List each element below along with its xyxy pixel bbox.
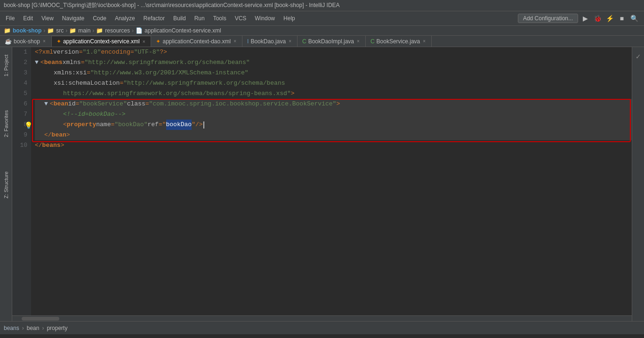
left-sidebar: 1: Project 2: Favorites Z: Structure — [0, 47, 12, 321]
menu-build[interactable]: Build — [169, 14, 190, 23]
text-cursor — [203, 121, 204, 129]
tab-book-shop[interactable]: ☕ book-shop × — [0, 36, 52, 47]
tab-book-dao-impl-label: BookDaoImpl.java — [308, 38, 354, 45]
menu-bar: File Edit View Navigate Code Analyze Ref… — [0, 11, 644, 26]
tab-book-dao[interactable]: I BookDao.java × — [242, 36, 298, 47]
status-bc-beans[interactable]: beans — [4, 325, 19, 331]
fold-icon-2[interactable]: ▼ — [35, 57, 39, 68]
title-text: book-shop [G:\IMOOC_T\Spring\进阶\ioc\book… — [4, 2, 340, 8]
line-num-4: 4 — [12, 78, 27, 89]
code-line-5: https://www.springframework.org/schema/b… — [35, 89, 632, 99]
code-line-10: </ beans > — [35, 140, 632, 151]
breadcrumb-book-shop[interactable]: book-shop — [13, 27, 41, 34]
line-num-3: 3 — [12, 68, 27, 78]
code-lines: <?xml version = "1.0" encoding = "UTF-8"… — [31, 47, 632, 315]
status-bar: beans › bean › property — [0, 321, 644, 334]
tab-dao-xml-label: applicationContext-dao.xml — [162, 38, 231, 45]
lightbulb-icon[interactable]: 💡 — [24, 121, 32, 131]
line-num-10: 10 — [12, 140, 27, 151]
right-sidebar-check-icon: ✓ — [636, 52, 641, 61]
tab-book-dao-close[interactable]: × — [288, 39, 292, 44]
tab-book-service-close[interactable]: × — [422, 39, 427, 44]
profile-button[interactable]: ⚡ — [604, 13, 615, 24]
code-line-7: <!--id=bookDao--> — [35, 109, 632, 120]
breadcrumb-bar: 📁 book-shop › 📁 src › 📁 main › 📁 resourc… — [0, 26, 644, 36]
menu-vcs[interactable]: VCS — [231, 14, 250, 23]
menu-navigate[interactable]: Navigate — [58, 14, 88, 23]
status-bc-bean[interactable]: bean — [27, 325, 40, 331]
menu-view[interactable]: View — [38, 14, 57, 23]
main-wrapper: 1: Project 2: Favorites Z: Structure 1 2… — [0, 47, 644, 321]
line-num-6: 6 — [12, 99, 27, 109]
search-button[interactable]: 🔍 — [629, 13, 639, 24]
breadcrumb-resources[interactable]: resources — [105, 27, 130, 34]
code-line-9: </ bean > — [35, 130, 632, 140]
code-line-3: xmlns:xsi = "http://www.w3.org/2001/XMLS… — [35, 68, 632, 78]
line-numbers: 1 2 3 4 5 6 7 8 9 10 — [12, 47, 31, 315]
tab-dao-xml[interactable]: ✦ applicationContext-dao.xml × — [151, 36, 242, 47]
project-icon: 📁 — [4, 27, 11, 34]
tab-svc-xml-label: applicationContext-service.xml — [63, 38, 140, 45]
tab-book-service[interactable]: C BookService.java × — [366, 36, 432, 47]
stop-button[interactable]: ■ — [617, 13, 627, 24]
tab-book-shop-label: book-shop — [14, 38, 40, 45]
menu-edit[interactable]: Edit — [19, 14, 37, 23]
code-line-8: 💡 < property name = "bookDao" ref = " bo… — [35, 120, 632, 130]
folder-resources-icon: 📁 — [96, 27, 103, 34]
editor[interactable]: 1 2 3 4 5 6 7 8 9 10 <?xm — [12, 47, 632, 321]
tab-svc-xml-close[interactable]: × — [142, 39, 146, 44]
code-line-6: ▼ < bean id = "bookService" class = "com… — [35, 99, 632, 109]
breadcrumb-src[interactable]: src — [56, 27, 64, 34]
sidebar-favorites-label[interactable]: 2: Favorites — [1, 107, 11, 140]
menu-analyze[interactable]: Analyze — [111, 14, 139, 23]
sidebar-structure-label[interactable]: Z: Structure — [1, 169, 11, 201]
code-line-2: ▼ < beans xmlns = "http://www.springfram… — [35, 57, 632, 68]
tab-dao-xml-icon: ✦ — [156, 38, 161, 45]
toolbar-icons: Add Configuration... ▶ 🐞 ⚡ ■ 🔍 — [515, 12, 642, 24]
tab-svc-xml[interactable]: ✦ applicationContext-service.xml × — [52, 36, 152, 47]
tab-book-shop-icon: ☕ — [5, 38, 12, 45]
line-num-7: 7 — [12, 109, 27, 120]
add-configuration-button[interactable]: Add Configuration... — [518, 14, 578, 23]
tab-book-dao-label: BookDao.java — [250, 38, 286, 45]
menu-file[interactable]: File — [2, 14, 18, 23]
tabs-bar: ☕ book-shop × ✦ applicationContext-servi… — [0, 36, 644, 47]
line-num-2: 2 — [12, 57, 27, 68]
menu-run[interactable]: Run — [191, 14, 209, 23]
fold-icon-6[interactable]: ▼ — [44, 99, 48, 109]
horizontal-scrollbar[interactable] — [12, 315, 632, 321]
menu-tools[interactable]: Tools — [209, 14, 230, 23]
tab-book-service-icon: C — [370, 38, 375, 45]
menu-code[interactable]: Code — [89, 14, 110, 23]
debug-button[interactable]: 🐞 — [592, 13, 603, 24]
menu-window[interactable]: Window — [251, 14, 279, 23]
tab-book-dao-icon: I — [247, 38, 249, 45]
breadcrumb-file[interactable]: applicationContext-service.xml — [145, 27, 221, 34]
code-line-1: <?xml version = "1.0" encoding = "UTF-8"… — [35, 47, 632, 57]
line-num-1: 1 — [12, 47, 27, 57]
line-num-9: 9 — [12, 130, 27, 140]
tab-book-shop-close[interactable]: × — [42, 39, 47, 44]
breadcrumb-main[interactable]: main — [78, 27, 90, 34]
tab-book-dao-impl[interactable]: C BookDaoImpl.java × — [298, 36, 366, 47]
line-num-5: 5 — [12, 89, 27, 99]
editor-content: 1 2 3 4 5 6 7 8 9 10 <?xm — [12, 47, 632, 315]
folder-main-icon: 📁 — [69, 27, 76, 34]
status-breadcrumb: beans › bean › property — [4, 325, 67, 331]
folder-src-icon: 📁 — [47, 27, 54, 34]
status-bc-property[interactable]: property — [47, 325, 67, 331]
tab-svc-xml-icon: ✦ — [56, 38, 61, 45]
tab-book-dao-impl-close[interactable]: × — [356, 39, 361, 44]
right-sidebar: ✓ — [632, 47, 644, 321]
run-button[interactable]: ▶ — [580, 13, 590, 24]
scrollbar-thumb[interactable] — [22, 317, 59, 321]
menu-refactor[interactable]: Refactor — [140, 14, 169, 23]
xml-file-icon: 📄 — [136, 27, 143, 34]
code-line-4: xsi:schemaLocation = "http://www.springf… — [35, 78, 632, 89]
sel-bookdao: bookDao — [166, 120, 192, 130]
tab-dao-xml-close[interactable]: × — [233, 39, 237, 44]
tab-book-dao-impl-icon: C — [302, 38, 306, 45]
title-bar: book-shop [G:\IMOOC_T\Spring\进阶\ioc\book… — [0, 0, 644, 11]
sidebar-project-label[interactable]: 1: Project — [1, 52, 11, 79]
menu-help[interactable]: Help — [280, 14, 299, 23]
